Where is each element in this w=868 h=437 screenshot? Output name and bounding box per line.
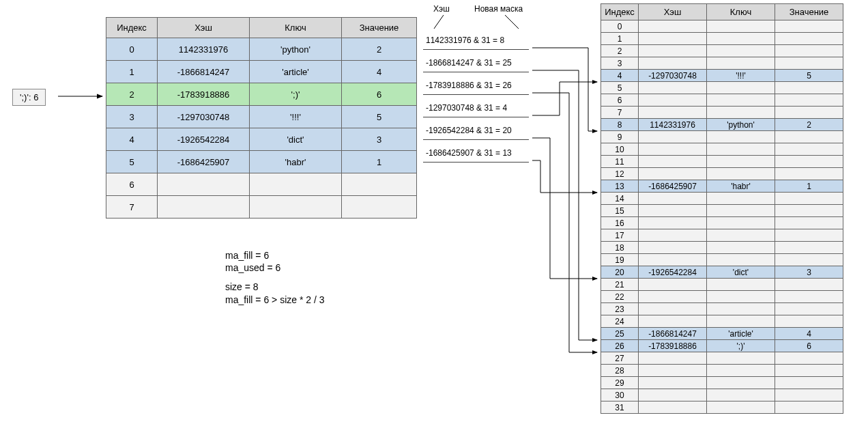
table-row: 6 bbox=[601, 94, 843, 107]
cell bbox=[639, 377, 707, 389]
cell: 6 bbox=[775, 340, 843, 352]
cell bbox=[707, 303, 775, 315]
svg-line-3 bbox=[505, 15, 519, 29]
table-row: 28 bbox=[601, 365, 843, 377]
cell bbox=[775, 131, 843, 143]
cell: -1297030748 bbox=[158, 106, 250, 128]
cell bbox=[707, 242, 775, 254]
hash-calc-row: -1297030748 & 31 = 4 bbox=[423, 100, 529, 117]
cell: 1 bbox=[106, 61, 158, 83]
cell bbox=[639, 254, 707, 266]
table-row: 25-1866814247'article'4 bbox=[601, 328, 843, 340]
cell: 3 bbox=[775, 266, 843, 279]
cell bbox=[639, 303, 707, 315]
cell: 20 bbox=[601, 266, 639, 279]
cell: 3 bbox=[106, 106, 158, 128]
cell bbox=[639, 401, 707, 414]
cell bbox=[707, 229, 775, 242]
cell: 7 bbox=[106, 196, 158, 218]
cell: 2 bbox=[342, 38, 417, 61]
cell bbox=[707, 217, 775, 229]
cell bbox=[639, 365, 707, 377]
cell bbox=[775, 377, 843, 389]
cell: 1142331976 bbox=[639, 119, 707, 131]
cell bbox=[775, 33, 843, 45]
cell: 0 bbox=[106, 38, 158, 61]
cell bbox=[639, 57, 707, 70]
table-row: 18 bbox=[601, 242, 843, 254]
cell: 'python' bbox=[707, 119, 775, 131]
cell: 7 bbox=[601, 107, 639, 119]
col-value: Значение bbox=[775, 4, 843, 20]
cell bbox=[775, 20, 843, 33]
table-row: 0 bbox=[601, 20, 843, 33]
cell bbox=[639, 279, 707, 291]
cell: 1142331976 bbox=[158, 38, 250, 61]
cell: 25 bbox=[601, 328, 639, 340]
svg-line-2 bbox=[434, 15, 444, 29]
cell bbox=[707, 131, 775, 143]
cell: 6 bbox=[601, 94, 639, 107]
stats-block: ma_fill = 6 ma_used = 6 size = 8 ma_fill… bbox=[225, 249, 325, 306]
cell bbox=[707, 365, 775, 377]
table-row: 9 bbox=[601, 131, 843, 143]
cell bbox=[707, 377, 775, 389]
cell: ';)' bbox=[250, 83, 342, 106]
cell: 16 bbox=[601, 217, 639, 229]
cell: '!!!' bbox=[707, 70, 775, 82]
col-value: Значение bbox=[342, 18, 417, 38]
cell: 0 bbox=[601, 20, 639, 33]
cell bbox=[639, 352, 707, 365]
cell: 21 bbox=[601, 279, 639, 291]
col-hash: Хэш bbox=[639, 4, 707, 20]
cell bbox=[707, 279, 775, 291]
cell: 1 bbox=[775, 180, 843, 193]
table-row: 11 bbox=[601, 156, 843, 168]
cell: 'article' bbox=[707, 328, 775, 340]
cell: 28 bbox=[601, 365, 639, 377]
table-row: 1 bbox=[601, 33, 843, 45]
cell: 'dict' bbox=[707, 266, 775, 279]
cell: 3 bbox=[342, 128, 417, 151]
cell: 15 bbox=[601, 205, 639, 217]
cell bbox=[775, 156, 843, 168]
cell: 5 bbox=[775, 70, 843, 82]
table-row: 24 bbox=[601, 315, 843, 328]
cell: 10 bbox=[601, 143, 639, 156]
cell bbox=[707, 401, 775, 414]
cell: -1297030748 bbox=[639, 70, 707, 82]
cell bbox=[775, 365, 843, 377]
cell: 6 bbox=[342, 83, 417, 106]
hash-calc-row: 1142331976 & 31 = 8 bbox=[423, 33, 529, 50]
cell: 2 bbox=[601, 45, 639, 57]
hash-table-after: Индекс Хэш Ключ Значение 01234-129703074… bbox=[601, 3, 843, 414]
cell bbox=[158, 196, 250, 218]
cell bbox=[639, 291, 707, 303]
cell: -1866814247 bbox=[158, 61, 250, 83]
cell bbox=[775, 303, 843, 315]
table-row: 20-1926542284'dict'3 bbox=[601, 266, 843, 279]
cell: -1866814247 bbox=[639, 328, 707, 340]
cell bbox=[775, 291, 843, 303]
cell bbox=[775, 389, 843, 401]
cell bbox=[639, 143, 707, 156]
cell: 8 bbox=[601, 119, 639, 131]
cell: 1 bbox=[601, 33, 639, 45]
cell: 2 bbox=[106, 83, 158, 106]
hash-table-before: Индекс Хэш Ключ Значение 01142331976'pyt… bbox=[106, 17, 417, 218]
table-row: 27 bbox=[601, 352, 843, 365]
cell: 13 bbox=[601, 180, 639, 193]
table-row: 31 bbox=[601, 401, 843, 414]
table-row: 81142331976'python'2 bbox=[601, 119, 843, 131]
table-row: 26-1783918886';)'6 bbox=[601, 340, 843, 352]
cell: 23 bbox=[601, 303, 639, 315]
hash-calc-row: -1926542284 & 31 = 20 bbox=[423, 123, 529, 140]
stat-compare: ma_fill = 6 > size * 2 / 3 bbox=[225, 294, 325, 306]
cell bbox=[707, 291, 775, 303]
cell: 31 bbox=[601, 401, 639, 414]
cell: 4 bbox=[775, 328, 843, 340]
cell bbox=[707, 193, 775, 205]
cell bbox=[775, 315, 843, 328]
cell bbox=[775, 193, 843, 205]
col-key: Ключ bbox=[707, 4, 775, 20]
